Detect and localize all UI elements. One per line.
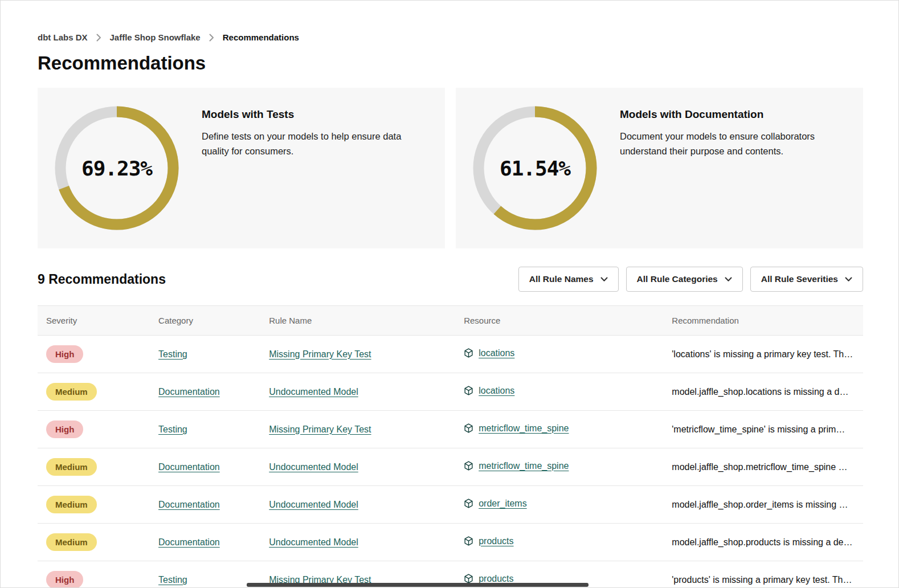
cube-icon [464,423,473,433]
chevron-right-icon [209,34,214,42]
severity-badge: Medium [46,533,97,551]
filter-label: All Rule Severities [761,274,838,284]
table-row: Medium Documentation Undocumented Model … [38,373,863,411]
recommendation-text: 'products' is missing a primary key test… [672,575,852,585]
recommendations-table: Severity Category Rule Name Resource Rec… [38,305,863,588]
category-link[interactable]: Testing [158,349,187,359]
models-with-documentation-card: 61.54% Models with Documentation Documen… [456,88,863,248]
rule-name-link[interactable]: Missing Primary Key Test [269,424,371,434]
table-row: Medium Documentation Undocumented Model … [38,448,863,486]
rule-categories-filter-dropdown[interactable]: All Rule Categories [626,267,743,292]
rule-name-link[interactable]: Missing Primary Key Test [269,349,371,359]
severity-badge: High [46,420,83,438]
severity-badge: Medium [46,383,97,401]
cube-icon [464,348,473,358]
table-body: High Testing Missing Primary Key Test lo… [38,336,863,588]
resource-link[interactable]: locations [479,386,514,396]
category-link[interactable]: Documentation [158,537,220,547]
chevron-right-icon [96,34,101,42]
severity-badge: High [46,345,83,363]
cube-icon [464,386,473,395]
documentation-percent-value: 61.54% [473,106,597,230]
breadcrumb-item-dbt-labs-dx[interactable]: dbt Labs DX [38,32,88,42]
cube-icon [464,536,473,546]
category-link[interactable]: Documentation [158,387,220,397]
breadcrumb: dbt Labs DX Jaffle Shop Snowflake Recomm… [38,32,863,42]
table-row: Medium Documentation Undocumented Model … [38,486,863,524]
recommendation-text: 'metricflow_time_spine' is missing a pri… [672,424,845,434]
rule-names-filter-dropdown[interactable]: All Rule Names [518,267,619,292]
severity-badge: Medium [46,496,97,513]
recommendation-text: model.jaffle_shop.order_items is missing… [672,500,848,509]
rule-name-link[interactable]: Undocumented Model [269,387,358,397]
resource-link[interactable]: products [479,536,513,546]
page-title: Recommendations [38,52,863,74]
metric-cards: 69.23% Models with Tests Define tests on… [38,88,863,248]
tests-percent-value: 69.23% [55,106,179,230]
filter-label: All Rule Categories [637,274,718,284]
rule-name-link[interactable]: Undocumented Model [269,500,358,509]
recommendation-text: model.jaffle_shop.locations is missing a… [672,387,848,397]
table-row: High Testing Missing Primary Key Test lo… [38,336,863,373]
cube-icon [464,574,473,583]
card-description: Define tests on your models to help ensu… [202,129,428,158]
chevron-down-icon [845,277,852,282]
resource-link[interactable]: metricflow_time_spine [479,423,569,434]
column-header-severity: Severity [38,306,150,336]
card-title: Models with Tests [202,108,428,121]
table-row: Medium Documentation Undocumented Model … [38,524,863,561]
card-title: Models with Documentation [620,108,846,121]
column-header-recommendation: Recommendation [663,306,863,336]
filter-label: All Rule Names [529,274,594,284]
table-row: High Testing Missing Primary Key Test me… [38,411,863,448]
cube-icon [464,499,473,508]
breadcrumb-item-recommendations: Recommendations [223,32,299,42]
category-link[interactable]: Documentation [158,500,220,509]
resource-link[interactable]: locations [479,348,514,358]
table-header-row: Severity Category Rule Name Resource Rec… [38,306,863,336]
chevron-down-icon [600,277,608,282]
models-with-tests-card: 69.23% Models with Tests Define tests on… [38,88,445,248]
recommendation-text: model.jaffle_shop.products is missing a … [672,537,852,547]
resource-link[interactable]: metricflow_time_spine [479,461,569,471]
chevron-down-icon [725,277,732,282]
rule-severities-filter-dropdown[interactable]: All Rule Severities [750,267,863,292]
category-link[interactable]: Testing [158,575,187,585]
severity-badge: High [46,571,83,588]
filter-bar: All Rule Names All Rule Categories All R… [518,267,863,292]
category-link[interactable]: Testing [158,424,187,434]
cube-icon [464,461,473,471]
horizontal-scrollbar-thumb[interactable] [247,583,589,587]
recommendation-text: 'locations' is missing a primary key tes… [672,349,853,359]
column-header-rule-name: Rule Name [260,306,455,336]
card-description: Document your models to ensure collabora… [620,129,846,158]
models-with-documentation-donut-chart: 61.54% [473,106,597,230]
resource-link[interactable]: order_items [479,499,526,509]
breadcrumb-item-jaffle-shop-snowflake[interactable]: Jaffle Shop Snowflake [110,32,201,42]
category-link[interactable]: Documentation [158,462,220,472]
column-header-category: Category [150,306,260,336]
rule-name-link[interactable]: Undocumented Model [269,537,358,547]
page: dbt Labs DX Jaffle Shop Snowflake Recomm… [0,0,899,588]
recommendations-count-title: 9 Recommendations [38,272,166,287]
models-with-tests-donut-chart: 69.23% [55,106,179,230]
recommendation-text: model.jaffle_shop.metricflow_time_spine … [672,462,847,472]
rule-name-link[interactable]: Undocumented Model [269,462,358,472]
severity-badge: Medium [46,458,97,476]
column-header-resource: Resource [455,306,663,336]
